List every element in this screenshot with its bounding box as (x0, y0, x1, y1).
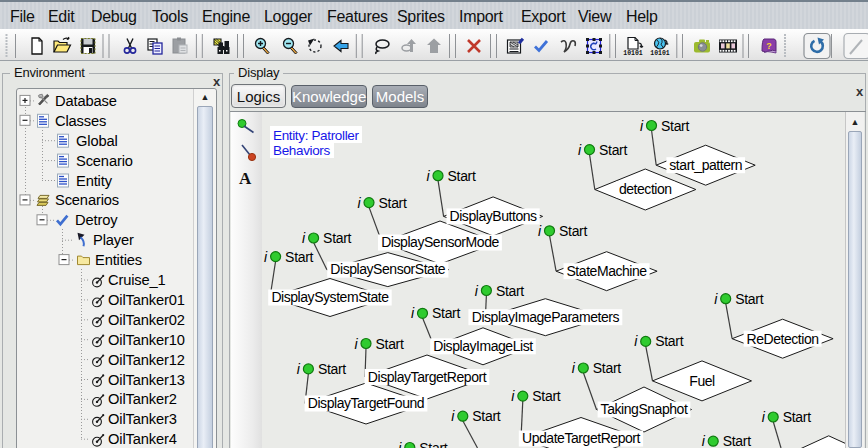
svg-text:OilTanker02: OilTanker02 (108, 312, 185, 328)
svg-text:i: i (578, 142, 582, 158)
svg-text:Fuel: Fuel (689, 373, 715, 389)
svg-text:Start: Start (599, 142, 627, 158)
svg-text:i: i (640, 118, 644, 134)
svg-text:i: i (762, 409, 766, 425)
svg-text:Start: Start (593, 360, 621, 376)
svg-text:DisplayTargetReport: DisplayTargetReport (368, 369, 487, 385)
svg-text:i: i (297, 361, 301, 377)
svg-text:detection: detection (619, 181, 672, 197)
svg-text:Start: Start (723, 433, 751, 448)
svg-text:?: ? (766, 41, 772, 51)
svg-text:Start: Start (285, 249, 313, 265)
svg-text:StateMachine: StateMachine (566, 263, 647, 279)
svg-text:i: i (302, 230, 306, 246)
svg-text:ReDetection: ReDetection (747, 331, 819, 347)
svg-text:i: i (634, 333, 638, 349)
svg-text:Player: Player (93, 232, 134, 248)
svg-text:i: i (572, 360, 576, 376)
svg-text:DisplaySensorMode: DisplaySensorMode (381, 234, 499, 250)
svg-text:Cruise_1: Cruise_1 (108, 272, 166, 288)
svg-text:i: i (475, 283, 479, 299)
svg-text:DisplaySystemState: DisplaySystemState (271, 289, 389, 305)
svg-text:TakingSnaphot: TakingSnaphot (601, 401, 688, 417)
svg-text:10101: 10101 (623, 50, 643, 57)
svg-text:Start: Start (318, 361, 346, 377)
svg-text:i: i (714, 291, 718, 307)
svg-text:Classes: Classes (55, 113, 106, 129)
svg-text:Start: Start (783, 409, 811, 425)
svg-text:Start: Start (655, 333, 683, 349)
svg-text:start_pattern: start_pattern (669, 157, 742, 173)
svg-text:10101: 10101 (650, 50, 670, 57)
svg-text:i: i (357, 195, 361, 211)
svg-text:i: i (426, 168, 430, 184)
svg-text:i: i (702, 433, 706, 448)
svg-text:Start: Start (496, 283, 524, 299)
svg-text:UpdateTargetReport: UpdateTargetReport (522, 430, 641, 446)
svg-text:i: i (538, 223, 542, 239)
svg-text:i: i (511, 388, 515, 404)
svg-text:DisplayImageList: DisplayImageList (433, 338, 533, 354)
svg-text:DisplayImageParameters: DisplayImageParameters (472, 309, 620, 325)
svg-text:i: i (264, 249, 268, 265)
svg-text:Start: Start (472, 408, 500, 424)
svg-text:OilTanker2: OilTanker2 (108, 391, 177, 407)
svg-text:OilTanker3: OilTanker3 (108, 411, 177, 427)
svg-text:Start: Start (419, 440, 447, 448)
svg-text:OilTanker12: OilTanker12 (108, 352, 185, 368)
svg-text:OilTanker01: OilTanker01 (108, 292, 185, 308)
svg-text:i: i (451, 408, 455, 424)
svg-text:Start: Start (448, 168, 476, 184)
svg-text:Start: Start (432, 305, 460, 321)
svg-text:OilTanker4: OilTanker4 (108, 431, 177, 447)
svg-text:Database: Database (55, 93, 117, 109)
svg-text:Start: Start (323, 230, 351, 246)
svg-text:Start: Start (559, 223, 587, 239)
svg-text:Start: Start (532, 388, 560, 404)
svg-text:Start: Start (379, 195, 407, 211)
svg-text:i: i (354, 336, 358, 352)
svg-text:i: i (398, 440, 402, 448)
svg-text:DisplayButtons: DisplayButtons (450, 208, 538, 224)
svg-text:OilTanker13: OilTanker13 (108, 372, 185, 388)
svg-text:Entity: Patroller: Entity: Patroller (273, 128, 359, 143)
svg-text:i: i (411, 305, 415, 321)
svg-text:OilTanker10: OilTanker10 (108, 332, 185, 348)
svg-text:Start: Start (376, 336, 404, 352)
svg-text:Detroy: Detroy (75, 212, 118, 228)
svg-text:Behaviors: Behaviors (273, 143, 330, 158)
svg-text:Start: Start (735, 291, 763, 307)
svg-text:Scenario: Scenario (76, 153, 133, 169)
svg-text:Entities: Entities (95, 252, 142, 268)
svg-text:DisplayTargetFound: DisplayTargetFound (308, 395, 424, 411)
svg-text:Global: Global (76, 133, 118, 149)
svg-text:Start: Start (661, 118, 689, 134)
svg-text:Scenarios: Scenarios (55, 192, 119, 208)
svg-text:Entity: Entity (76, 173, 113, 189)
svg-text:A: A (239, 169, 252, 188)
svg-text:DisplaySensorState: DisplaySensorState (330, 261, 446, 277)
